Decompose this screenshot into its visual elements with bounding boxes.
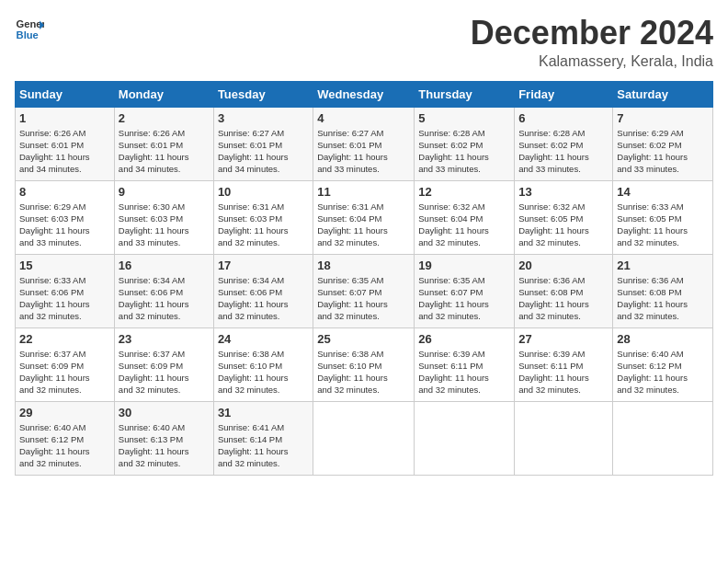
day-info: Sunrise: 6:30 AM Sunset: 6:03 PM Dayligh… [119,201,210,249]
table-row: 30Sunrise: 6:40 AM Sunset: 6:13 PM Dayli… [114,401,213,475]
table-row: 13Sunrise: 6:32 AM Sunset: 6:05 PM Dayli… [515,180,613,254]
logo: General Blue [15,15,44,44]
table-row: 27Sunrise: 6:39 AM Sunset: 6:11 PM Dayli… [515,327,613,401]
day-number: 18 [317,259,410,272]
day-number: 23 [119,332,210,346]
table-row: 29Sunrise: 6:40 AM Sunset: 6:12 PM Dayli… [16,401,115,475]
col-wednesday: Wednesday [313,81,415,107]
day-number: 30 [119,406,210,419]
table-row: 17Sunrise: 6:34 AM Sunset: 6:06 PM Dayli… [213,254,313,327]
day-number: 3 [218,111,309,125]
day-info: Sunrise: 6:34 AM Sunset: 6:06 PM Dayligh… [119,274,210,323]
day-info: Sunrise: 6:27 AM Sunset: 6:01 PM Dayligh… [218,127,309,176]
day-number: 16 [119,259,210,272]
day-info: Sunrise: 6:40 AM Sunset: 6:12 PM Dayligh… [617,348,709,396]
col-friday: Friday [515,81,613,107]
day-info: Sunrise: 6:29 AM Sunset: 6:02 PM Dayligh… [617,127,709,176]
day-number: 25 [317,332,410,346]
day-number: 11 [317,185,410,199]
table-row: 18Sunrise: 6:35 AM Sunset: 6:07 PM Dayli… [313,254,415,327]
table-row: 14Sunrise: 6:33 AM Sunset: 6:05 PM Dayli… [613,180,713,254]
day-number: 29 [19,406,110,419]
day-info: Sunrise: 6:38 AM Sunset: 6:10 PM Dayligh… [218,348,309,396]
day-info: Sunrise: 6:32 AM Sunset: 6:04 PM Dayligh… [418,201,510,249]
table-row: 12Sunrise: 6:32 AM Sunset: 6:04 PM Dayli… [415,180,515,254]
day-info: Sunrise: 6:28 AM Sunset: 6:02 PM Dayligh… [418,127,510,176]
table-row: 7Sunrise: 6:29 AM Sunset: 6:02 PM Daylig… [613,107,713,180]
day-number: 27 [518,332,609,346]
day-number: 14 [617,185,709,199]
table-row: 21Sunrise: 6:36 AM Sunset: 6:08 PM Dayli… [613,254,713,327]
table-row: 1Sunrise: 6:26 AM Sunset: 6:01 PM Daylig… [16,107,115,180]
col-monday: Monday [114,81,213,107]
table-row: 23Sunrise: 6:37 AM Sunset: 6:09 PM Dayli… [114,327,213,401]
table-row: 8Sunrise: 6:29 AM Sunset: 6:03 PM Daylig… [16,180,115,254]
day-number: 9 [119,185,210,199]
day-number: 24 [218,332,309,346]
table-row: 20Sunrise: 6:36 AM Sunset: 6:08 PM Dayli… [515,254,613,327]
table-row: 2Sunrise: 6:26 AM Sunset: 6:01 PM Daylig… [114,107,213,180]
col-saturday: Saturday [613,81,713,107]
day-number: 31 [218,406,309,419]
day-info: Sunrise: 6:41 AM Sunset: 6:14 PM Dayligh… [218,421,309,470]
table-row: 28Sunrise: 6:40 AM Sunset: 6:12 PM Dayli… [613,327,713,401]
day-info: Sunrise: 6:34 AM Sunset: 6:06 PM Dayligh… [218,274,309,323]
table-row: 10Sunrise: 6:31 AM Sunset: 6:03 PM Dayli… [213,180,313,254]
col-sunday: Sunday [16,81,115,107]
day-number: 21 [617,259,709,272]
day-info: Sunrise: 6:39 AM Sunset: 6:11 PM Dayligh… [518,348,609,396]
logo-icon: General Blue [15,15,44,44]
col-tuesday: Tuesday [213,81,313,107]
calendar-title: December 2024 [471,15,713,52]
table-row: 16Sunrise: 6:34 AM Sunset: 6:06 PM Dayli… [114,254,213,327]
calendar-week-1: 8Sunrise: 6:29 AM Sunset: 6:03 PM Daylig… [16,180,713,254]
day-info: Sunrise: 6:29 AM Sunset: 6:03 PM Dayligh… [19,201,110,249]
table-row: 5Sunrise: 6:28 AM Sunset: 6:02 PM Daylig… [415,107,515,180]
day-number: 20 [518,259,609,272]
page-header: General Blue December 2024 Kalamassery, … [15,15,713,70]
day-info: Sunrise: 6:26 AM Sunset: 6:01 PM Dayligh… [19,127,110,176]
day-info: Sunrise: 6:33 AM Sunset: 6:06 PM Dayligh… [19,274,110,323]
table-row [313,401,415,475]
table-row: 25Sunrise: 6:38 AM Sunset: 6:10 PM Dayli… [313,327,415,401]
day-number: 6 [518,111,609,125]
table-row: 9Sunrise: 6:30 AM Sunset: 6:03 PM Daylig… [114,180,213,254]
table-row: 15Sunrise: 6:33 AM Sunset: 6:06 PM Dayli… [16,254,115,327]
calendar-subtitle: Kalamassery, Kerala, India [471,53,713,70]
day-info: Sunrise: 6:27 AM Sunset: 6:01 PM Dayligh… [317,127,410,176]
table-row: 24Sunrise: 6:38 AM Sunset: 6:10 PM Dayli… [213,327,313,401]
day-info: Sunrise: 6:36 AM Sunset: 6:08 PM Dayligh… [518,274,609,323]
day-info: Sunrise: 6:32 AM Sunset: 6:05 PM Dayligh… [518,201,609,249]
day-info: Sunrise: 6:36 AM Sunset: 6:08 PM Dayligh… [617,274,709,323]
table-row: 11Sunrise: 6:31 AM Sunset: 6:04 PM Dayli… [313,180,415,254]
day-number: 10 [218,185,309,199]
day-info: Sunrise: 6:31 AM Sunset: 6:04 PM Dayligh… [317,201,410,249]
day-info: Sunrise: 6:37 AM Sunset: 6:09 PM Dayligh… [119,348,210,396]
day-number: 4 [317,111,410,125]
table-row: 31Sunrise: 6:41 AM Sunset: 6:14 PM Dayli… [213,401,313,475]
calendar-header-row: Sunday Monday Tuesday Wednesday Thursday… [16,81,713,107]
calendar-week-2: 15Sunrise: 6:33 AM Sunset: 6:06 PM Dayli… [16,254,713,327]
table-row: 6Sunrise: 6:28 AM Sunset: 6:02 PM Daylig… [515,107,613,180]
day-number: 19 [418,259,510,272]
day-info: Sunrise: 6:40 AM Sunset: 6:12 PM Dayligh… [19,421,110,470]
day-info: Sunrise: 6:38 AM Sunset: 6:10 PM Dayligh… [317,348,410,396]
day-info: Sunrise: 6:26 AM Sunset: 6:01 PM Dayligh… [119,127,210,176]
day-number: 1 [19,111,110,125]
col-thursday: Thursday [415,81,515,107]
day-info: Sunrise: 6:37 AM Sunset: 6:09 PM Dayligh… [19,348,110,396]
day-number: 22 [19,332,110,346]
table-row: 3Sunrise: 6:27 AM Sunset: 6:01 PM Daylig… [213,107,313,180]
day-info: Sunrise: 6:35 AM Sunset: 6:07 PM Dayligh… [317,274,410,323]
day-info: Sunrise: 6:28 AM Sunset: 6:02 PM Dayligh… [518,127,609,176]
table-row [415,401,515,475]
table-row: 22Sunrise: 6:37 AM Sunset: 6:09 PM Dayli… [16,327,115,401]
calendar-week-3: 22Sunrise: 6:37 AM Sunset: 6:09 PM Dayli… [16,327,713,401]
day-number: 13 [518,185,609,199]
day-info: Sunrise: 6:40 AM Sunset: 6:13 PM Dayligh… [119,421,210,470]
day-number: 28 [617,332,709,346]
table-row: 4Sunrise: 6:27 AM Sunset: 6:01 PM Daylig… [313,107,415,180]
day-number: 8 [19,185,110,199]
day-info: Sunrise: 6:31 AM Sunset: 6:03 PM Dayligh… [218,201,309,249]
day-info: Sunrise: 6:33 AM Sunset: 6:05 PM Dayligh… [617,201,709,249]
